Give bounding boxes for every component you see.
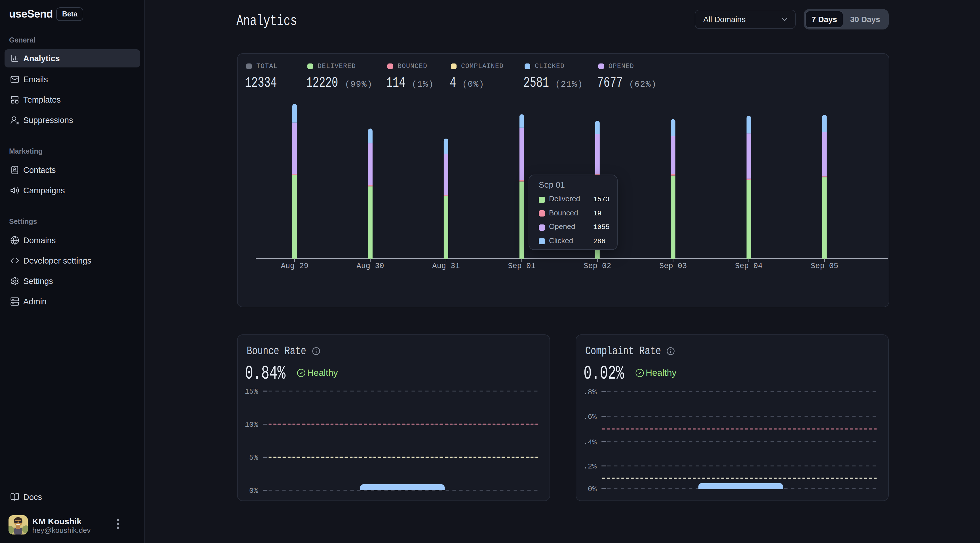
svg-text:Sep 05: Sep 05 <box>811 262 838 270</box>
svg-text:.4%: .4% <box>583 438 597 447</box>
svg-text:0%: 0% <box>249 487 258 495</box>
svg-text:Sep 02: Sep 02 <box>584 262 611 270</box>
svg-text:.8%: .8% <box>583 388 597 397</box>
svg-text:.2%: .2% <box>583 462 597 471</box>
svg-text:Sep 03: Sep 03 <box>659 262 687 270</box>
svg-text:0%: 0% <box>588 485 597 494</box>
svg-text:Aug 31: Aug 31 <box>432 262 460 270</box>
svg-text:5%: 5% <box>249 453 258 462</box>
svg-text:15%: 15% <box>245 387 258 396</box>
svg-text:Aug 30: Aug 30 <box>356 262 384 270</box>
svg-text:10%: 10% <box>245 421 258 429</box>
svg-text:.6%: .6% <box>583 413 597 421</box>
svg-text:Sep 04: Sep 04 <box>735 262 762 270</box>
svg-text:Sep 01: Sep 01 <box>508 262 535 270</box>
svg-text:Aug 29: Aug 29 <box>281 262 308 270</box>
